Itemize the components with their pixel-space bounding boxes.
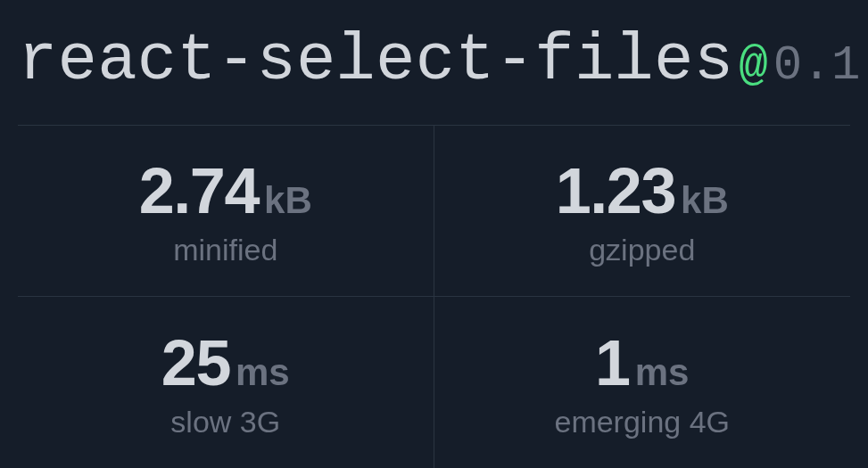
stat-value: 25: [161, 326, 230, 399]
stat-unit: kB: [681, 179, 729, 222]
stat-unit: kB: [264, 179, 312, 222]
stat-emerging-4g: 1 ms emerging 4G: [434, 297, 851, 468]
stat-value-row: 1.23 kB: [556, 154, 729, 227]
stat-value: 1.23: [556, 154, 675, 227]
stat-value-row: 25 ms: [161, 326, 290, 399]
stat-value: 1: [595, 326, 630, 399]
stat-label: minified: [173, 233, 277, 267]
stat-unit: ms: [236, 351, 290, 394]
stats-grid: 2.74 kB minified 1.23 kB gzipped 25 ms s…: [18, 125, 850, 468]
stat-slow-3g: 25 ms slow 3G: [18, 297, 434, 468]
stat-label: emerging 4G: [554, 405, 730, 439]
stat-value-row: 1 ms: [595, 326, 689, 399]
stat-value-row: 2.74 kB: [139, 154, 312, 227]
stat-unit: ms: [635, 351, 690, 394]
stat-value: 2.74: [139, 154, 259, 227]
stat-label: gzipped: [589, 233, 695, 267]
stat-minified: 2.74 kB minified: [18, 126, 434, 297]
package-name: react-select-files: [18, 23, 733, 98]
stat-label: slow 3G: [170, 405, 280, 439]
package-version: 0.1.0: [773, 38, 868, 93]
badge-container: react-select-files @ 0.1.0 2.74 kB minif…: [0, 0, 868, 468]
stat-gzipped: 1.23 kB gzipped: [434, 126, 851, 297]
package-title-row: react-select-files @ 0.1.0: [0, 0, 868, 125]
at-symbol: @: [739, 38, 768, 93]
